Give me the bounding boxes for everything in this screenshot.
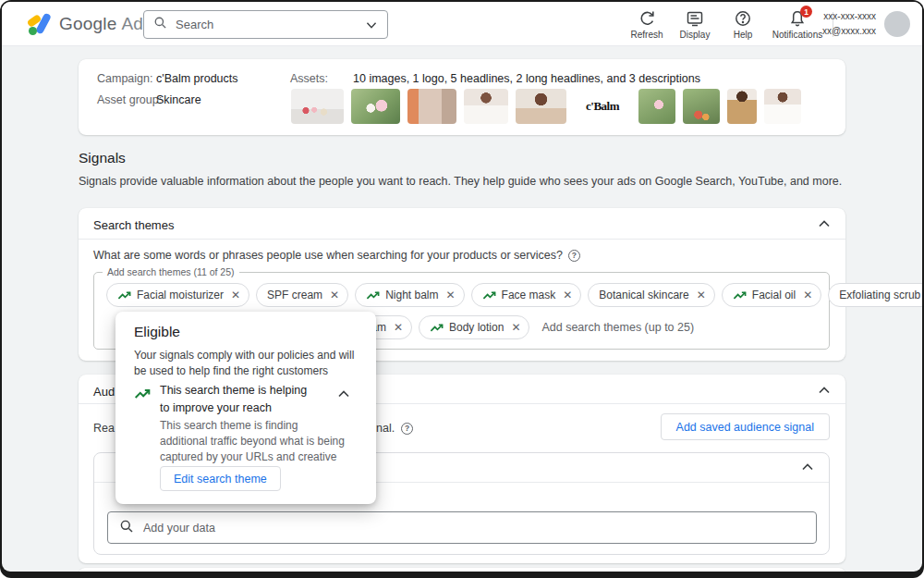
search-theme-chip[interactable]: Facial oil✕	[722, 283, 821, 307]
help-circle-icon[interactable]: ?	[568, 250, 580, 262]
account-email: xx@xxxx.xxx	[822, 24, 876, 39]
search-theme-chip[interactable]: SPF cream✕	[256, 283, 348, 307]
refresh-label: Refresh	[630, 30, 663, 40]
remove-chip-icon[interactable]: ✕	[697, 289, 706, 301]
trending-up-icon	[117, 289, 131, 302]
chip-label: Night balm	[385, 289, 438, 301]
remove-chip-icon[interactable]: ✕	[803, 289, 812, 301]
audience-desc-fragment-end: nal. ?	[376, 422, 413, 435]
edit-search-theme-button[interactable]: Edit search theme	[160, 466, 281, 491]
thumb-garden-product-1[interactable]	[351, 89, 400, 124]
chip-label: Facial moisturizer	[137, 289, 224, 301]
brand-logo-text: c'Balm	[586, 99, 619, 114]
account-info: xxx-xxx-xxxx xx@xxxx.xxx	[822, 9, 876, 38]
notifications-icon: 1	[788, 9, 807, 28]
chip-label: Body lotion	[449, 321, 504, 334]
remove-chip-icon[interactable]: ✕	[446, 289, 456, 301]
add-your-data-input[interactable]	[143, 522, 805, 535]
popover-body: Your signals comply with our policies an…	[134, 348, 359, 379]
chip-label: Exfoliating scrub	[839, 289, 920, 301]
asset-group-value: Skincare	[156, 93, 201, 106]
campaign-label: Campaign:	[97, 72, 152, 85]
chip-label: Botanical skincare	[599, 289, 688, 301]
audience-desc-fragment-start: Rea	[93, 422, 115, 435]
search-input[interactable]	[176, 18, 357, 31]
collapse-chevron-up-icon[interactable]	[818, 219, 831, 228]
trending-up-icon	[430, 321, 444, 335]
thumb-woman-tan-sweater[interactable]	[727, 89, 757, 124]
chevron-down-icon[interactable]	[365, 20, 378, 30]
google-ads-logo-icon	[28, 13, 52, 35]
popover-item-title: This search theme is helping to improve …	[160, 382, 315, 417]
signals-section-description: Signals provide valuable information abo…	[79, 175, 842, 188]
add-saved-audience-signal-button[interactable]: Add saved audience signal	[661, 413, 830, 440]
global-search-box[interactable]	[143, 10, 388, 39]
trending-up-icon	[733, 289, 747, 302]
remove-chip-icon[interactable]: ✕	[511, 321, 520, 334]
search-theme-chip[interactable]: Night balm✕	[355, 283, 464, 307]
question-text: What are some words or phrases people us…	[93, 249, 563, 262]
top-app-bar: Google Ads RefreshDisplayHelp1Notificati…	[2, 2, 922, 46]
search-theme-chip[interactable]: Face mask✕	[471, 283, 582, 307]
remove-chip-icon[interactable]: ✕	[231, 289, 240, 301]
asset-group-label: Asset group:	[97, 93, 162, 106]
help-label: Help	[734, 30, 753, 40]
display-icon	[686, 9, 704, 28]
thumb-brand-logo[interactable]: c'Balm	[574, 89, 631, 124]
display-button[interactable]: Display	[671, 6, 719, 40]
collapse-chevron-up-icon[interactable]	[818, 386, 831, 395]
thumb-bathroom[interactable]	[407, 89, 456, 124]
chips-row-1: Facial moisturizer✕SPF cream✕Night balm✕…	[106, 283, 922, 307]
search-theme-chip[interactable]: Facial moisturizer✕	[106, 283, 249, 307]
eligible-popover: Eligible Your signals comply with our po…	[116, 312, 376, 504]
desc-fragment-text: nal.	[376, 422, 395, 435]
add-search-themes-placeholder[interactable]: Add search themes (up to 25)	[541, 321, 694, 334]
next-section-card	[79, 568, 845, 572]
brand-name: Google Ads	[59, 2, 152, 46]
thumb-garden-fruit[interactable]	[683, 89, 720, 124]
browser-frame: Google Ads RefreshDisplayHelp1Notificati…	[0, 0, 924, 578]
trending-up-icon	[482, 289, 496, 302]
remove-chip-icon[interactable]: ✕	[394, 321, 403, 334]
add-your-data-field[interactable]	[107, 511, 817, 544]
help-button[interactable]: Help	[719, 6, 767, 40]
search-themes-question: What are some words or phrases people us…	[93, 249, 580, 262]
trending-up-icon	[134, 386, 151, 406]
thumb-woman-white-top[interactable]	[764, 89, 801, 124]
google-ads-screen: Google Ads RefreshDisplayHelp1Notificati…	[2, 2, 922, 572]
notification-badge: 1	[800, 6, 812, 18]
help-circle-icon[interactable]: ?	[401, 423, 413, 435]
collapse-chevron-up-icon[interactable]	[801, 462, 814, 472]
help-icon	[734, 9, 752, 28]
search-icon	[153, 16, 167, 33]
thumb-woman-posing[interactable]	[516, 89, 566, 124]
display-label: Display	[680, 30, 711, 40]
avatar[interactable]	[884, 11, 910, 37]
thumb-garden-product-2[interactable]	[638, 89, 675, 124]
search-theme-chip[interactable]: Botanical skincare✕	[588, 283, 714, 307]
account-id: xxx-xxx-xxxx	[822, 9, 876, 24]
brand-google: Google	[59, 14, 116, 34]
topbar-actions: RefreshDisplayHelp1Notifications	[623, 6, 828, 40]
campaign-summary-card: Campaign: c'Balm products Asset group: S…	[79, 59, 845, 135]
popover-title: Eligible	[134, 324, 180, 340]
assets-summary: 10 images, 1 logo, 5 headlines, 2 long h…	[353, 72, 700, 85]
audience-title-fragment: Aud	[93, 385, 115, 399]
refresh-button[interactable]: Refresh	[623, 6, 671, 40]
remove-chip-icon[interactable]: ✕	[563, 289, 572, 301]
thumb-products-gray[interactable]	[291, 89, 344, 124]
fieldset-legend: Add search themes (11 of 25)	[103, 266, 239, 277]
thumb-woman-white-shirt[interactable]	[464, 89, 508, 124]
collapse-chevron-up-icon[interactable]	[337, 389, 350, 399]
search-themes-title: Search themes	[93, 218, 174, 232]
campaign-value: c'Balm products	[156, 72, 238, 85]
notifications-button[interactable]: 1Notifications	[767, 6, 828, 40]
remove-chip-icon[interactable]: ✕	[330, 289, 339, 301]
search-theme-chip[interactable]: Body lotion✕	[419, 315, 529, 339]
search-icon	[119, 519, 134, 537]
trending-up-icon	[366, 289, 380, 302]
search-theme-chip[interactable]: Exfoliating scrub✕	[828, 283, 922, 307]
notifications-label: Notifications	[772, 30, 822, 40]
refresh-icon	[638, 9, 656, 28]
signals-section-title: Signals	[79, 150, 126, 166]
